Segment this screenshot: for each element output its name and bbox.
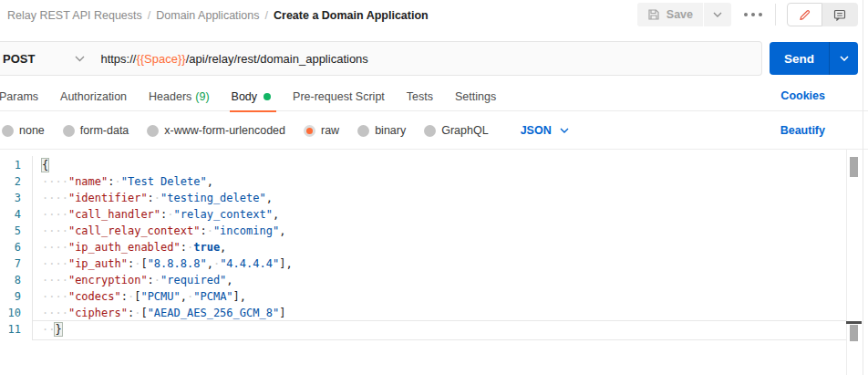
line-number: 10 [0, 305, 21, 321]
line-number: 7 [0, 255, 21, 272]
body-type-options: none form-data x-www-form-urlencoded raw… [0, 119, 868, 142]
body-modified-dot [264, 93, 271, 100]
beautify-link[interactable]: Beautify [780, 124, 825, 137]
radio-circle [2, 125, 14, 137]
radio-none[interactable]: none [2, 124, 45, 137]
toolbar-divider [775, 4, 776, 26]
chevron-down-icon [840, 56, 849, 61]
line-number: 8 [0, 272, 21, 288]
breadcrumb: Relay REST API Requests / Domain Applica… [7, 9, 429, 22]
save-button-group: Save [637, 3, 731, 26]
pencil-icon [799, 9, 811, 21]
request-tabs: Params Authorization Headers (9) Body Pr… [0, 83, 868, 111]
tab-settings[interactable]: Settings [444, 83, 507, 111]
code-line[interactable]: 9····"codecs":·["PCMU",·"PCMA"], [0, 288, 868, 305]
edit-mode-button[interactable] [787, 3, 822, 26]
request-url-bar: POST https://{{Space}}/api/relay/rest/do… [0, 41, 762, 76]
line-number: 5 [0, 223, 21, 239]
breadcrumb-request-title[interactable]: Create a Domain Application [274, 9, 429, 22]
scrollbar-track[interactable] [846, 150, 847, 375]
line-number: 6 [0, 239, 21, 255]
code-lines[interactable]: 1{2····"name":·"Test Delete",3····"ident… [0, 157, 868, 338]
url-variable: {{Space}} [136, 52, 185, 66]
tab-params[interactable]: Params [0, 83, 49, 111]
url-path: /api/relay/rest/domain_applications [186, 52, 368, 66]
line-content: ····"call_handler":·"relay_context", [42, 206, 279, 223]
more-actions-button[interactable] [744, 13, 762, 16]
tab-authorization[interactable]: Authorization [49, 83, 138, 111]
line-content: ····"ip_auth":·["8.8.8.8",·"4.4.4.4"], [42, 255, 293, 272]
scrollbar-thumb[interactable] [850, 157, 858, 177]
radio-circle [424, 125, 436, 137]
save-options-button[interactable] [704, 3, 731, 26]
url-prefix: https:// [100, 52, 136, 66]
radio-circle [63, 125, 75, 137]
language-selector[interactable]: JSON [521, 124, 569, 137]
url-input[interactable]: https://{{Space}}/api/relay/rest/domain_… [100, 52, 367, 66]
breadcrumb-collection[interactable]: Relay REST API Requests [7, 9, 142, 22]
line-content: ····"ciphers":·["AEAD_AES_256_GCM_8"] [42, 305, 285, 321]
line-number: 1 [0, 157, 21, 173]
radio-graphql[interactable]: GraphQL [424, 124, 488, 137]
edit-comment-toggle [787, 3, 858, 26]
code-line[interactable]: 2····"name":·"Test Delete", [0, 173, 868, 190]
comments-button[interactable] [822, 3, 858, 26]
radio-circle-selected [304, 125, 315, 137]
code-line[interactable]: 5····"call_relay_context":·"incoming", [0, 223, 868, 239]
top-bar-actions: Save [637, 3, 858, 26]
line-number: 3 [0, 190, 21, 206]
line-content: ····"ip_auth_enabled":·true, [42, 239, 226, 255]
comment-icon [833, 9, 846, 21]
save-button[interactable]: Save [637, 3, 703, 26]
radio-circle [357, 125, 369, 137]
cookies-link[interactable]: Cookies [780, 89, 825, 102]
tab-body[interactable]: Body [221, 83, 283, 111]
line-content: ··} [42, 321, 62, 338]
line-number: 4 [0, 206, 21, 223]
radio-x-www-form-urlencoded[interactable]: x-www-form-urlencoded [147, 124, 285, 137]
line-content: ····"name":·"Test Delete", [42, 173, 213, 190]
method-label: POST [3, 52, 35, 66]
save-button-label: Save [666, 8, 693, 21]
panel-right-border [863, 0, 863, 375]
code-line[interactable]: 7····"ip_auth":·["8.8.8.8",·"4.4.4.4"], [0, 255, 868, 272]
tab-headers[interactable]: Headers (9) [138, 83, 221, 111]
breadcrumb-separator: / [265, 9, 268, 22]
send-button-group: Send [770, 42, 858, 75]
language-label: JSON [521, 124, 552, 137]
code-line[interactable]: 4····"call_handler":·"relay_context", [0, 206, 868, 223]
chevron-down-icon [75, 56, 85, 62]
line-content: ····"encryption":·"required", [42, 272, 233, 288]
line-content: { [42, 157, 48, 173]
radio-circle [147, 125, 159, 137]
radio-form-data[interactable]: form-data [63, 124, 129, 137]
breadcrumb-separator: / [148, 9, 150, 22]
tab-tests[interactable]: Tests [396, 83, 444, 111]
tab-pre-request-script[interactable]: Pre-request Script [282, 83, 396, 111]
line-content: ····"codecs":·["PCMU",·"PCMA"], [42, 288, 246, 305]
line-number: 9 [0, 288, 21, 305]
code-line[interactable]: 10····"ciphers":·["AEAD_AES_256_GCM_8"] [0, 305, 868, 321]
code-line[interactable]: 1{ [0, 157, 868, 173]
code-line[interactable]: 8····"encryption":·"required", [0, 272, 868, 288]
code-line[interactable]: 11··} [0, 321, 868, 338]
chevron-down-icon [713, 12, 722, 17]
body-code-editor[interactable]: 1{2····"name":·"Test Delete",3····"ident… [0, 149, 868, 375]
send-options-button[interactable] [830, 42, 858, 75]
method-selector[interactable]: POST [0, 52, 85, 66]
scrollbar-thumb[interactable] [850, 325, 858, 341]
send-button[interactable]: Send [770, 42, 829, 75]
radio-binary[interactable]: binary [357, 124, 406, 137]
code-line[interactable]: 3····"identifier":·"testing_delete", [0, 190, 868, 206]
scrollbar-cursor-marker [846, 321, 862, 324]
radio-raw[interactable]: raw [304, 124, 339, 137]
chevron-down-icon [560, 128, 569, 133]
headers-count-badge: (9) [195, 90, 209, 103]
breadcrumb-folder[interactable]: Domain Applications [156, 9, 259, 22]
save-icon [647, 8, 660, 21]
line-content: ····"call_relay_context":·"incoming", [42, 223, 285, 239]
line-number: 2 [0, 173, 21, 190]
line-number: 11 [0, 321, 21, 338]
line-content: ····"identifier":·"testing_delete", [42, 190, 273, 206]
code-line[interactable]: 6····"ip_auth_enabled":·true, [0, 239, 868, 255]
